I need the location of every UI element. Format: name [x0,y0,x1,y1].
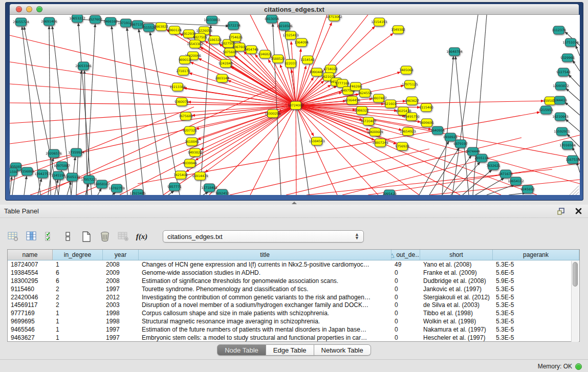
table-cell[interactable]: Genome-wide association studies in ADHD. [139,269,391,277]
table-row[interactable]: 2242004622012Investigating the contribut… [8,293,579,301]
graph-node[interactable]: 1154540 [300,56,315,64]
graph-node[interactable]: 13505135 [64,173,80,181]
table-cell[interactable]: 0 [391,269,420,277]
graph-edge[interactable] [296,49,301,105]
graph-node[interactable]: 8454749 [244,46,258,54]
table-cell[interactable]: 0 [391,334,420,341]
graph-node[interactable]: 9115460 [419,103,433,112]
table-cell[interactable]: 49 [391,260,420,269]
table-cell[interactable]: 2 [53,285,103,293]
graph-node[interactable]: 7632621 [486,162,500,170]
table-cell[interactable]: 1 [53,317,103,325]
graph-node[interactable]: 1244413 [553,96,567,104]
table-cell[interactable]: 2012 [103,293,139,301]
close-panel-icon[interactable] [573,206,584,217]
table-cell[interactable]: 5.3E-5 [493,301,579,309]
graph-node[interactable]: 1754626 [228,33,243,41]
graph-node[interactable]: 1167533 [565,156,580,164]
graph-node[interactable]: 10654112 [508,177,524,185]
graph-node[interactable]: 1549382 [391,26,405,34]
table-row[interactable]: 946362711997Embryonic stem cells: a mode… [8,334,579,341]
graph-node[interactable]: 1588520 [271,55,285,63]
table-cell[interactable]: de Silva et al. (2003) [420,301,493,309]
table-cell[interactable]: 1 [53,334,103,341]
graph-node[interactable]: 10807487 [371,94,387,102]
graph-edge[interactable] [473,15,487,195]
graph-edge[interactable] [139,29,163,195]
graph-node[interactable]: 8215953 [539,106,553,114]
tab-node-table[interactable]: Node Table [217,344,266,356]
tab-edge-table[interactable]: Edge Table [266,344,314,356]
column-header-year[interactable]: year [103,250,139,260]
graph-edge[interactable] [86,24,95,195]
table-cell[interactable]: 5.5E-5 [493,293,579,301]
table-cell[interactable]: Nakamura et al. (1997) [420,325,493,334]
graph-edge[interactable] [296,101,544,105]
table-cell[interactable]: 6 [53,269,103,277]
table-cell[interactable]: 9115460 [8,285,53,293]
table-cell[interactable]: 0 [391,325,420,334]
graph-node[interactable]: 1095420 [382,190,397,195]
graph-edge[interactable] [573,60,580,71]
table-cell[interactable]: Wolkin et al. (1998) [420,317,493,325]
column-header-pagerank[interactable]: pagerank [493,250,579,260]
zoom-window-icon[interactable] [36,6,42,12]
table-options-icon[interactable] [7,231,18,242]
table-cell[interactable]: 14569117 [8,301,53,309]
table-cell[interactable]: Corpus callosum shape and size in male p… [139,309,391,317]
table-mode-icon[interactable] [62,231,74,242]
graph-node[interactable]: 1156869 [20,167,34,176]
delete-icon[interactable] [99,231,111,242]
graph-node[interactable]: 20691406 [41,17,57,26]
table-select-dropdown[interactable]: citations_edges.txt ▲▼ [163,230,364,243]
graph-node[interactable]: 822037 [285,59,297,68]
graph-node[interactable]: 7425402 [173,171,188,179]
table-cell[interactable]: 5.3E-5 [493,325,579,334]
graph-node[interactable]: 9857771 [167,183,182,191]
graph-edge[interactable] [78,23,92,195]
graph-edge[interactable] [203,192,208,195]
graph-node[interactable]: 9699695 [420,119,434,127]
table-cell[interactable]: Dudbridge et al. (2008) [420,277,493,285]
table-cell[interactable]: 5.3E-5 [493,285,579,293]
graph-node[interactable]: 7692450 [215,189,229,195]
graph-edge[interactable] [184,88,296,105]
graph-node[interactable]: 9242848 [219,59,233,68]
graph-node[interactable]: 10688609 [367,128,383,136]
table-cell[interactable]: 22420046 [8,293,53,301]
table-cell[interactable]: Jankovic et al. (1997) [420,285,493,293]
graph-node[interactable]: 7515526 [142,24,156,32]
table-cell[interactable]: Structural magnetic resonance image aver… [139,317,391,325]
graph-edge[interactable] [24,176,27,195]
table-cell[interactable]: 2003 [103,301,139,309]
graph-node[interactable]: 1364094 [294,38,309,47]
table-cell[interactable]: Hescheler et al. (1997) [420,334,493,341]
graph-node[interactable]: 9329966 [560,54,575,62]
graph-node[interactable]: 6734022 [323,65,338,73]
table-cell[interactable]: 0 [391,301,420,309]
graph-node[interactable]: 16914479 [192,172,208,180]
graph-node[interactable]: 14753062 [326,15,342,21]
graph-edge[interactable] [150,32,180,195]
table-cell[interactable]: 1997 [103,334,139,341]
table-cell[interactable]: 1 [53,309,103,317]
graph-node[interactable]: 12325413 [282,31,299,39]
graph-edge[interactable] [452,15,478,195]
graph-edge[interactable] [120,105,296,195]
graph-node[interactable]: 3624554 [358,89,372,97]
table-cell[interactable]: 5.6E-5 [493,269,579,277]
graph-node[interactable]: 8471676 [498,170,513,178]
graph-node[interactable]: 16648784 [446,48,463,56]
graph-edge[interactable] [10,177,12,195]
graph-node[interactable]: 16782759 [108,184,125,192]
graph-node[interactable]: 1640954 [430,126,445,135]
graph-node[interactable]: 15718485 [201,184,217,192]
graph-node[interactable]: 8572234 [226,21,241,30]
graph-node[interactable]: 20206576 [46,149,62,158]
graph-edge[interactable] [487,185,514,195]
table-row[interactable]: 1456911722003Disruption of a novel membe… [8,301,579,309]
table-cell[interactable]: 0 [391,317,420,325]
graph-node[interactable]: 746266 [350,82,362,91]
graph-edge[interactable] [112,192,116,195]
graph-edge[interactable] [230,149,429,195]
